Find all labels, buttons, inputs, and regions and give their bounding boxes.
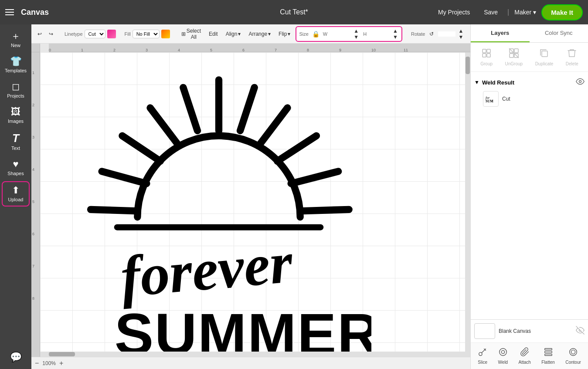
svg-rect-32 xyxy=(544,354,552,356)
undo-button[interactable]: ↩ xyxy=(35,29,44,39)
canvas-wrapper: ↩ ↪ Linetype Cut Fill No Fill ⊞ xyxy=(31,24,470,369)
nav-divider: | xyxy=(507,8,509,16)
edit-button[interactable]: Edit xyxy=(206,29,221,39)
height-input[interactable] xyxy=(368,31,390,37)
attach-tool[interactable]: Attach xyxy=(517,345,533,366)
select-all-button[interactable]: ⊞ Select All xyxy=(179,26,204,42)
sidebar-item-images[interactable]: 🖼 Images xyxy=(2,104,30,127)
select-all-icon: ⊞ xyxy=(181,31,186,37)
lock-icon[interactable]: 🔒 xyxy=(312,30,319,37)
rotate-increment-button[interactable]: ▲▼ xyxy=(457,28,464,40)
redo-button[interactable]: ↪ xyxy=(46,29,56,39)
sidebar-item-projects[interactable]: ◻ Projects xyxy=(2,78,30,102)
ungroup-tool[interactable]: UnGroup xyxy=(502,46,527,68)
eye-icon[interactable] xyxy=(576,77,585,88)
sidebar-label-images: Images xyxy=(8,118,24,124)
sidebar-label-projects: Projects xyxy=(7,93,24,98)
slice-label: Slice xyxy=(478,360,487,365)
sidebar-item-shapes[interactable]: ♥ Shapes xyxy=(2,156,30,179)
duplicate-icon xyxy=(539,48,549,61)
svg-line-10 xyxy=(300,210,349,211)
canvas-container[interactable]: 0 1 2 3 4 5 6 7 8 9 10 11 xyxy=(31,44,470,369)
linetype-group: Linetype Cut xyxy=(65,30,116,38)
save-button[interactable]: Save xyxy=(479,6,502,18)
ruler-left-mark-1: 1 xyxy=(31,57,34,89)
delete-icon xyxy=(567,48,577,61)
weld-result-header[interactable]: ▼ Weld Result xyxy=(474,75,585,89)
weld-tool[interactable]: Weld xyxy=(496,345,510,366)
align-button[interactable]: Align ▾ xyxy=(223,29,244,39)
new-icon: ＋ xyxy=(11,31,20,41)
sidebar-item-chat[interactable]: 💬 xyxy=(2,349,30,366)
hidden-icon[interactable] xyxy=(576,326,585,336)
contour-tool[interactable]: Contour xyxy=(564,345,583,366)
slice-tool[interactable]: Slice xyxy=(476,345,489,366)
projects-icon: ◻ xyxy=(12,82,20,91)
weld-label: Weld xyxy=(498,360,508,365)
linetype-select[interactable]: Cut xyxy=(85,30,105,38)
text-icon: T xyxy=(12,132,19,144)
make-it-button[interactable]: Make It xyxy=(541,4,583,20)
ungroup-label: UnGroup xyxy=(505,61,523,66)
flatten-tool[interactable]: Flatten xyxy=(540,345,557,366)
design-svg: forever SUMMER xyxy=(66,70,371,357)
sidebar-label-text: Text xyxy=(11,146,20,151)
sidebar-item-upload[interactable]: ⬆ Upload xyxy=(2,181,30,207)
chat-section: 💬 xyxy=(2,349,30,366)
fill-color-swatch[interactable] xyxy=(161,30,170,38)
linetype-color-swatch[interactable] xyxy=(107,30,116,38)
width-increment-button[interactable]: ▲▼ xyxy=(353,28,360,40)
scrollbar-thumb[interactable] xyxy=(466,57,470,74)
sidebar-item-new[interactable]: ＋ New xyxy=(2,28,30,51)
zoom-out-button[interactable]: − xyxy=(35,359,39,367)
delete-tool[interactable]: Delete xyxy=(562,46,582,68)
width-input[interactable] xyxy=(329,31,351,37)
svg-line-2 xyxy=(150,108,177,144)
ruler-mark-9: 9 xyxy=(339,48,341,52)
zoom-in-button[interactable]: + xyxy=(59,359,63,367)
rotate-ccw-button[interactable]: ↺ xyxy=(427,29,436,39)
ruler-left-mark-5: 5 xyxy=(31,186,34,218)
tab-color-sync[interactable]: Color Sync xyxy=(530,24,588,42)
ruler-left: 1 2 3 4 5 6 7 8 xyxy=(31,52,40,357)
right-panel: Layers Color Sync Group xyxy=(470,24,588,369)
fill-select[interactable]: No Fill xyxy=(133,30,160,38)
flip-button[interactable]: Flip ▾ xyxy=(276,29,293,39)
contour-icon xyxy=(568,347,578,359)
maker-button[interactable]: Maker ▾ xyxy=(514,9,536,16)
nav-right-section: My Projects Save | Maker ▾ Make It xyxy=(434,4,583,20)
duplicate-tool[interactable]: Duplicate xyxy=(532,46,557,68)
templates-icon: 👕 xyxy=(10,57,22,66)
hamburger-menu[interactable] xyxy=(5,9,14,15)
design-area[interactable]: forever SUMMER xyxy=(66,70,371,357)
scrollbar-vertical[interactable] xyxy=(465,52,470,357)
svg-point-34 xyxy=(571,350,575,354)
svg-line-8 xyxy=(277,136,316,161)
group-tool[interactable]: Group xyxy=(477,46,496,68)
height-increment-button[interactable]: ▲▼ xyxy=(392,28,399,40)
arrange-button[interactable]: Arrange ▾ xyxy=(246,29,273,39)
my-projects-button[interactable]: My Projects xyxy=(434,6,474,18)
canvas-grid[interactable]: forever SUMMER xyxy=(40,52,470,357)
svg-rect-20 xyxy=(510,54,513,58)
sidebar-item-text[interactable]: T Text xyxy=(2,129,30,154)
scrollbar-horizontal[interactable] xyxy=(40,352,465,357)
tab-layers[interactable]: Layers xyxy=(471,24,530,42)
rotate-input[interactable] xyxy=(438,31,455,37)
ruler-mark-5: 5 xyxy=(210,48,212,52)
ruler-left-mark-7: 7 xyxy=(31,250,34,282)
sidebar-item-templates[interactable]: 👕 Templates xyxy=(2,53,30,77)
sidebar-label-new: New xyxy=(11,43,20,48)
attach-label: Attach xyxy=(519,360,531,365)
layer-item[interactable]: for SUM Cut xyxy=(479,89,585,108)
ruler-mark-10: 10 xyxy=(371,48,376,52)
panel-tabs: Layers Color Sync xyxy=(471,24,588,43)
ruler-mark-0: 0 xyxy=(49,48,51,52)
undo-redo-group: ↩ ↪ xyxy=(35,29,56,39)
app-logo: Canvas xyxy=(21,8,49,17)
project-title[interactable]: Cut Test* xyxy=(280,8,308,16)
size-box: Size 🔒 W ▲▼ H ▲▼ xyxy=(296,26,402,42)
linetype-label: Linetype xyxy=(65,31,83,37)
top-nav: Canvas Cut Test* My Projects Save | Make… xyxy=(0,0,588,24)
scrollbar-thumb-h[interactable] xyxy=(49,352,75,356)
